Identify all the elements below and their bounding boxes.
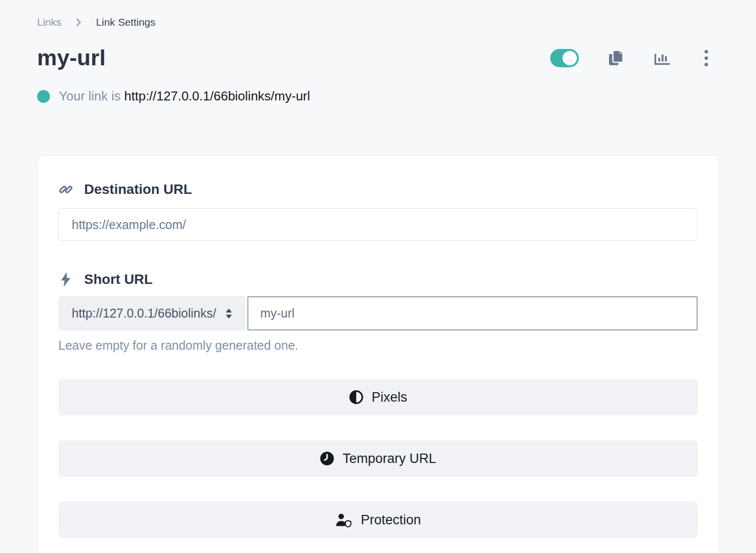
- short-url-helper-text: Leave empty for a randomly generated one…: [58, 338, 698, 353]
- select-caret-icon: [224, 308, 234, 319]
- status-prefix: Your link is: [59, 89, 121, 103]
- link-settings-page: Links Link Settings my-url: [0, 0, 756, 553]
- lightning-bolt-icon: [58, 272, 73, 287]
- status-text: Your link is http://127.0.0.1/66biolinks…: [59, 89, 310, 104]
- destination-url-label: Destination URL: [84, 182, 192, 197]
- pixels-button-label: Pixels: [372, 390, 407, 405]
- destination-url-section-label: Destination URL: [58, 182, 698, 197]
- bar-chart-icon[interactable]: [653, 49, 671, 66]
- user-shield-icon: [335, 512, 353, 527]
- link-enabled-toggle[interactable]: [550, 49, 579, 67]
- short-url-label: Short URL: [84, 272, 152, 287]
- header-actions: [550, 49, 719, 67]
- short-link-url[interactable]: http://127.0.0.1/66biolinks/my-url: [124, 89, 310, 103]
- pixels-button[interactable]: Pixels: [58, 379, 698, 415]
- protection-button-label: Protection: [361, 512, 421, 528]
- destination-url-input[interactable]: [58, 208, 698, 241]
- temporary-url-button-label: Temporary URL: [342, 451, 436, 466]
- chain-link-icon: [58, 182, 73, 197]
- temporary-url-button[interactable]: Temporary URL: [58, 440, 698, 477]
- page-header: my-url: [37, 45, 719, 71]
- page-title: my-url: [37, 45, 106, 71]
- copy-icon[interactable]: [608, 49, 624, 67]
- breadcrumb-links[interactable]: Links: [37, 16, 61, 28]
- breadcrumb: Links Link Settings: [37, 16, 719, 28]
- protection-button[interactable]: Protection: [58, 502, 698, 538]
- link-settings-card: Destination URL Short URL http://127.0.0…: [37, 155, 719, 553]
- kebab-menu-icon[interactable]: [700, 49, 713, 67]
- half-circle-contrast-icon: [349, 390, 364, 405]
- status-dot-icon: [37, 90, 50, 103]
- clock-icon: [320, 451, 334, 466]
- short-url-input-group: http://127.0.0.1/66biolinks/: [58, 296, 698, 330]
- breadcrumb-current: Link Settings: [96, 16, 155, 28]
- short-url-section-label: Short URL: [58, 272, 698, 287]
- short-url-domain-select[interactable]: http://127.0.0.1/66biolinks/: [58, 296, 245, 330]
- toggle-knob: [563, 51, 577, 65]
- short-url-input[interactable]: [247, 296, 698, 330]
- chevron-right-icon: [74, 18, 83, 27]
- domain-select-value: http://127.0.0.1/66biolinks/: [72, 306, 216, 321]
- link-status: Your link is http://127.0.0.1/66biolinks…: [37, 89, 719, 104]
